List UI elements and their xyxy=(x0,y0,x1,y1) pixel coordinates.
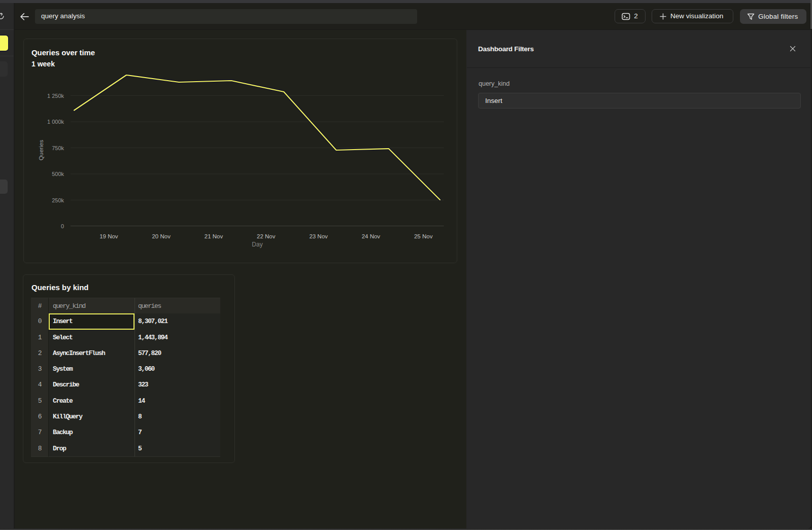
svg-text:1 250k: 1 250k xyxy=(47,93,64,99)
svg-text:22 Nov: 22 Nov xyxy=(257,233,276,239)
svg-text:250k: 250k xyxy=(52,197,64,203)
svg-text:23 Nov: 23 Nov xyxy=(309,233,328,239)
svg-text:Queries: Queries xyxy=(38,140,44,161)
svg-text:25 Nov: 25 Nov xyxy=(414,233,433,239)
svg-text:1 000k: 1 000k xyxy=(47,119,64,125)
svg-text:21 Nov: 21 Nov xyxy=(205,233,223,239)
svg-text:19 Nov: 19 Nov xyxy=(99,233,118,239)
svg-text:0: 0 xyxy=(61,223,64,229)
svg-text:Day: Day xyxy=(252,241,262,248)
svg-text:20 Nov: 20 Nov xyxy=(152,233,171,239)
svg-text:24 Nov: 24 Nov xyxy=(362,233,381,239)
svg-text:500k: 500k xyxy=(52,171,64,177)
svg-text:750k: 750k xyxy=(52,145,64,151)
